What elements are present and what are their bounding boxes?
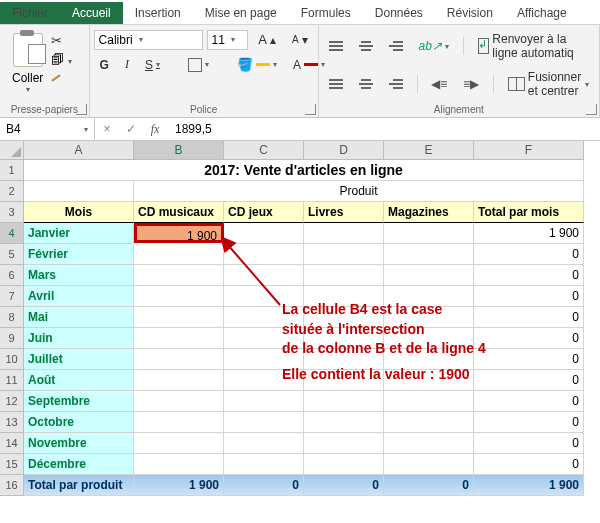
cell-B4-active[interactable]: 1 900 [134, 223, 224, 243]
name-box[interactable]: B4▾ [0, 118, 95, 140]
cell[interactable]: 0 [474, 391, 584, 412]
cell[interactable]: 0 [474, 244, 584, 265]
row-header[interactable]: 12 [0, 391, 24, 412]
cell-month[interactable]: Décembre [24, 454, 134, 475]
row-header[interactable]: 8 [0, 307, 24, 328]
cell[interactable] [304, 223, 384, 244]
cell-title[interactable]: 2017: Vente d'articles en ligne [24, 160, 584, 181]
formula-input[interactable]: 1899,5 [167, 122, 600, 136]
fill-color-button[interactable]: 🪣▾ [231, 54, 283, 75]
cell[interactable] [224, 391, 304, 412]
row-header[interactable]: 2 [0, 181, 24, 202]
decrease-indent-button[interactable]: ◀≡ [425, 74, 453, 94]
row-header[interactable]: 15 [0, 454, 24, 475]
cell-month[interactable]: Janvier [24, 223, 134, 244]
shrink-font-button[interactable]: A▾ [286, 30, 314, 50]
col-header-C[interactable]: C [224, 141, 304, 160]
align-center-button[interactable] [353, 76, 379, 92]
cell[interactable]: 0 [474, 307, 584, 328]
cell[interactable] [134, 370, 224, 391]
increase-indent-button[interactable]: ≡▶ [457, 74, 485, 94]
row-header[interactable]: 3 [0, 202, 24, 223]
cell-month[interactable]: Mars [24, 265, 134, 286]
alignment-launcher[interactable] [586, 104, 597, 115]
wrap-text-button[interactable]: Renvoyer à la ligne automatiq [472, 29, 595, 63]
cell[interactable] [224, 412, 304, 433]
row-header[interactable]: 1 [0, 160, 24, 181]
merge-center-button[interactable]: Fusionner et centrer▾ [502, 67, 595, 101]
cell[interactable]: 0 [474, 286, 584, 307]
cell[interactable] [134, 412, 224, 433]
bold-button[interactable]: G [94, 55, 115, 75]
cell-month[interactable]: Juin [24, 328, 134, 349]
tab-revision[interactable]: Révision [435, 2, 505, 24]
cell[interactable] [384, 412, 474, 433]
tab-mise-en-page[interactable]: Mise en page [193, 2, 289, 24]
cell[interactable] [134, 265, 224, 286]
cell-month[interactable]: Octobre [24, 412, 134, 433]
font-size-combo[interactable]: 11▾ [207, 30, 249, 50]
cell[interactable]: 0 [474, 349, 584, 370]
copy-button[interactable]: 🗐 ▾ [51, 52, 72, 67]
enter-formula-button[interactable]: ✓ [119, 122, 143, 136]
cell-header[interactable]: CD musicaux [134, 202, 224, 223]
col-header-F[interactable]: F [474, 141, 584, 160]
cancel-formula-button[interactable]: × [95, 122, 119, 136]
font-launcher[interactable] [305, 104, 316, 115]
cell[interactable] [134, 349, 224, 370]
cell[interactable] [304, 391, 384, 412]
cell-month[interactable]: Septembre [24, 391, 134, 412]
col-header-E[interactable]: E [384, 141, 474, 160]
cell-total[interactable]: 0 [224, 475, 304, 496]
cell-header[interactable]: Mois [24, 202, 134, 223]
row-header[interactable]: 4 [0, 223, 24, 244]
cell[interactable] [304, 412, 384, 433]
cell[interactable] [134, 454, 224, 475]
cell-month[interactable]: Juillet [24, 349, 134, 370]
align-right-button[interactable] [383, 76, 409, 92]
cell[interactable] [224, 454, 304, 475]
select-all-cell[interactable] [0, 141, 24, 160]
col-header-B[interactable]: B [134, 141, 224, 160]
row-header[interactable]: 16 [0, 475, 24, 496]
cell[interactable] [134, 433, 224, 454]
col-header-A[interactable]: A [24, 141, 134, 160]
cell[interactable]: 1 900 [474, 223, 584, 244]
cell[interactable] [224, 265, 304, 286]
align-top-button[interactable] [323, 38, 349, 54]
font-name-combo[interactable]: Calibri▾ [94, 30, 203, 50]
cell[interactable] [134, 307, 224, 328]
cell[interactable]: 0 [474, 370, 584, 391]
cell[interactable] [134, 391, 224, 412]
row-header[interactable]: 11 [0, 370, 24, 391]
cut-button[interactable]: ✂ [51, 33, 72, 48]
insert-function-button[interactable]: fx [143, 122, 167, 137]
format-painter-button[interactable] [51, 71, 65, 85]
cell[interactable] [304, 244, 384, 265]
cell[interactable] [384, 391, 474, 412]
cell[interactable] [304, 265, 384, 286]
row-header[interactable]: 7 [0, 286, 24, 307]
cell-header[interactable]: Livres [304, 202, 384, 223]
align-left-button[interactable] [323, 76, 349, 92]
cell[interactable] [384, 265, 474, 286]
tab-donnees[interactable]: Données [363, 2, 435, 24]
cell-total[interactable]: 0 [304, 475, 384, 496]
tab-insertion[interactable]: Insertion [123, 2, 193, 24]
tab-accueil[interactable]: Accueil [60, 2, 123, 24]
row-header[interactable]: 5 [0, 244, 24, 265]
underline-button[interactable]: S▾ [139, 55, 166, 75]
cell[interactable] [384, 223, 474, 244]
cell-subtitle[interactable]: Produit [134, 181, 584, 202]
cell-month[interactable]: Novembre [24, 433, 134, 454]
cell[interactable]: 0 [474, 412, 584, 433]
cell[interactable]: 0 [474, 454, 584, 475]
clipboard-launcher[interactable] [76, 104, 87, 115]
cell[interactable] [134, 244, 224, 265]
cell[interactable] [224, 244, 304, 265]
cell[interactable]: 0 [474, 328, 584, 349]
row-header[interactable]: 6 [0, 265, 24, 286]
cell[interactable]: 0 [474, 433, 584, 454]
borders-button[interactable]: ▾ [182, 55, 215, 75]
cell-total-label[interactable]: Total par produit [24, 475, 134, 496]
